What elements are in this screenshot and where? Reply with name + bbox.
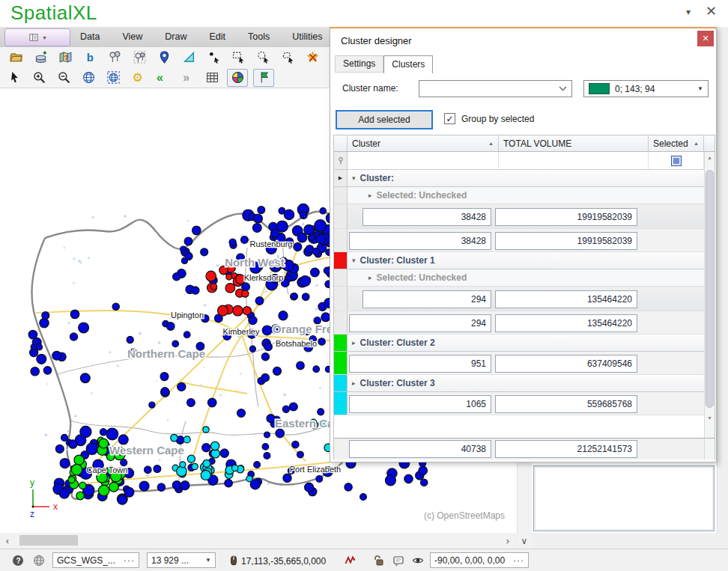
map-dot — [246, 476, 252, 482]
zoom-out-icon[interactable] — [54, 70, 73, 86]
cluster-name-combo[interactable] — [419, 80, 572, 97]
collapse-icon[interactable]: ▾ — [352, 174, 356, 182]
map-dot — [185, 252, 192, 260]
cluster-designer-dialog: Cluster designer ✕ Settings Clusters Clu… — [330, 27, 717, 462]
add-layer-icon[interactable] — [31, 49, 50, 66]
rotation-more-button[interactable]: ··· — [513, 555, 524, 566]
map-dot — [109, 351, 111, 353]
select-polygon-icon[interactable] — [278, 49, 297, 66]
previous-extent-icon[interactable]: « — [153, 70, 172, 86]
expand-icon[interactable]: ▸ — [368, 192, 372, 199]
menu-item-view[interactable]: View — [111, 27, 154, 47]
grid-group-row[interactable]: ▸Selected: Unchecked — [334, 187, 704, 204]
map-horizontal-scrollbar[interactable]: ‹ › — [0, 533, 515, 549]
crs-more-button[interactable]: ··· — [124, 555, 135, 566]
map-dot — [68, 477, 75, 483]
cluster-color-dropdown[interactable]: 0; 143; 94 ▼ — [583, 80, 709, 97]
scroll-down-icon[interactable]: ∨ — [517, 533, 532, 549]
crs-field[interactable]: GCS_WGS_... ··· — [52, 552, 139, 568]
help-icon[interactable]: ? — [12, 555, 24, 567]
expand-icon[interactable]: ▸ — [352, 339, 356, 346]
menu-item-edit[interactable]: Edit — [198, 27, 237, 47]
menu-item-tools[interactable]: Tools — [237, 27, 281, 47]
open-folder-icon[interactable] — [6, 49, 25, 66]
menu-item-data[interactable]: Data — [69, 27, 111, 47]
group-label: Cluster: — [360, 173, 394, 183]
tab-settings[interactable]: Settings — [335, 55, 383, 73]
pointer-icon[interactable] — [4, 70, 24, 86]
track-line-icon[interactable] — [345, 555, 357, 567]
scale-dropdown[interactable]: 13 929 ... ▼ — [147, 552, 216, 568]
attribute-grid-icon[interactable] — [202, 70, 222, 86]
header-total-volume[interactable]: TOTAL VOLUME — [499, 135, 649, 151]
measure-triangle-icon[interactable] — [179, 49, 198, 66]
bookmark-flag-icon[interactable] — [253, 69, 274, 87]
grid-group-row[interactable]: ▸Cluster: Cluster 2 — [334, 335, 704, 352]
scroll-right-icon[interactable]: › — [500, 533, 515, 549]
window-menu-icon[interactable]: ▾ — [686, 7, 691, 17]
window-close-icon[interactable]: ✕ — [706, 3, 717, 19]
group-label: Selected: Unchecked — [377, 190, 467, 201]
hscroll-thumb[interactable] — [19, 535, 78, 546]
app-menu-button[interactable]: ▾ — [4, 28, 70, 46]
location-pin-icon[interactable] — [154, 49, 174, 66]
select-circle-icon[interactable] — [253, 49, 273, 66]
expand-icon[interactable]: ▸ — [352, 379, 356, 387]
filter-cell-volume[interactable] — [499, 152, 649, 169]
color-value: 0; 143; 94 — [615, 84, 655, 94]
header-selected[interactable]: Selected ▲ — [649, 135, 704, 151]
expand-icon[interactable]: ▸ — [368, 274, 372, 281]
grid-group-row[interactable]: ▸Selected: Unchecked — [334, 269, 704, 287]
bing-maps-icon[interactable]: b — [80, 49, 100, 66]
zoom-extent-globe-icon[interactable] — [79, 70, 98, 86]
map-dot — [156, 380, 157, 382]
grid-scroll-thumb[interactable] — [706, 170, 714, 408]
menu-item-utilities[interactable]: Utilities — [281, 27, 333, 47]
map-dot — [187, 455, 195, 462]
grid-group-row[interactable]: ▾Cluster: Cluster 1 — [334, 252, 704, 269]
globe-icon[interactable] — [33, 555, 45, 567]
grid-group-row[interactable]: ▶▾Cluster: — [334, 170, 704, 187]
cluster-designer-icon[interactable] — [227, 69, 248, 87]
collapse-icon[interactable]: ▾ — [352, 257, 356, 264]
eye-icon[interactable] — [412, 555, 424, 567]
clear-selection-icon[interactable] — [303, 49, 322, 66]
rotation-field[interactable]: -90,00, 0,00, 0,00 ··· — [430, 552, 529, 568]
filter-cell-cluster[interactable] — [348, 152, 499, 169]
rotation-value: -90,00, 0,00, 0,00 — [434, 555, 510, 566]
grid-group-row[interactable]: ▸Cluster: Cluster 3 — [334, 375, 704, 392]
header-cluster[interactable]: Cluster ▲ — [348, 135, 499, 151]
tab-clusters[interactable]: Clusters — [383, 55, 433, 73]
map-attribution: (c) OpenStreetMaps — [424, 510, 505, 521]
grid-scroll-up-icon[interactable]: ▲ — [705, 155, 715, 160]
next-extent-icon[interactable]: » — [178, 70, 197, 86]
select-rectangle-icon[interactable] — [228, 49, 248, 66]
menu-item-draw[interactable]: Draw — [154, 27, 198, 47]
add-selected-button[interactable]: Add selected — [336, 110, 433, 129]
comment-icon[interactable] — [392, 555, 404, 567]
grid-scroll-down-icon[interactable]: ▼ — [705, 415, 715, 421]
zoom-in-icon[interactable] — [29, 70, 49, 86]
total-volume-cell: 637409546 — [495, 355, 637, 373]
pushpins-icon[interactable] — [105, 49, 124, 66]
dialog-close-button[interactable]: ✕ — [697, 31, 714, 46]
pushpins-group-icon[interactable] — [130, 49, 149, 66]
grid-vertical-scrollbar[interactable]: ▲ ▼ — [704, 152, 715, 438]
scroll-left-icon[interactable]: ‹ — [0, 533, 15, 549]
settings-gear-icon[interactable]: ⚙ — [128, 70, 148, 86]
map-dot — [360, 494, 367, 501]
row-indicator-cell — [334, 311, 348, 334]
map-dot — [220, 449, 228, 457]
filter-selected-checkbox[interactable] — [671, 156, 682, 166]
app-brand: SpatialXL — [10, 1, 97, 25]
lock-open-icon[interactable] — [373, 555, 385, 567]
map-search-icon[interactable]: ? — [55, 49, 75, 66]
filter-cell-selected[interactable] — [649, 152, 704, 169]
map-dot — [187, 220, 189, 222]
zoom-selection-globe-icon[interactable] — [103, 70, 123, 86]
layout-icon — [28, 32, 40, 43]
select-point-icon[interactable] — [204, 49, 223, 66]
row-indicator-cell: ▶ — [334, 170, 348, 186]
map-dot — [404, 474, 413, 483]
group-by-selected-checkbox[interactable]: ✓ — [444, 113, 455, 124]
